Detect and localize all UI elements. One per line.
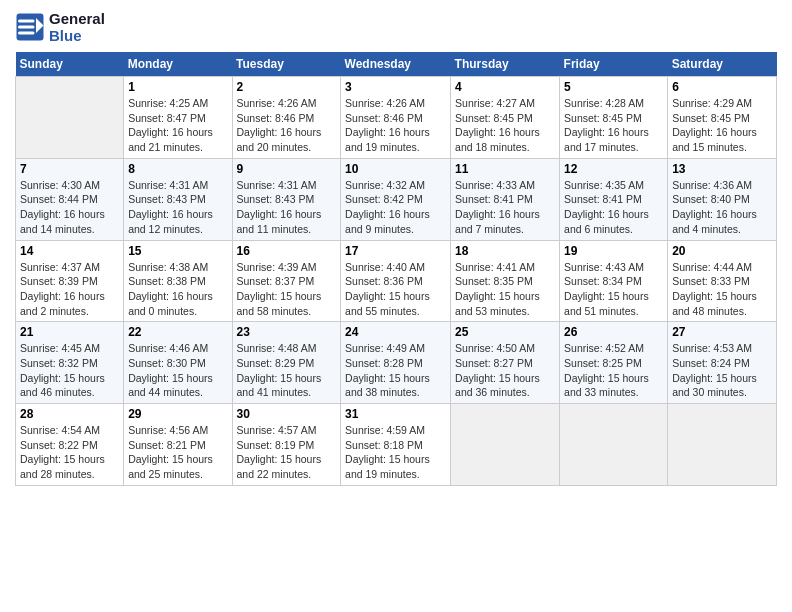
calendar-cell: 3Sunrise: 4:26 AMSunset: 8:46 PMDaylight…	[341, 77, 451, 159]
calendar-cell: 15Sunrise: 4:38 AMSunset: 8:38 PMDayligh…	[124, 240, 232, 322]
calendar-cell: 14Sunrise: 4:37 AMSunset: 8:39 PMDayligh…	[16, 240, 124, 322]
day-number: 9	[237, 162, 337, 176]
day-number: 28	[20, 407, 119, 421]
calendar-week-3: 14Sunrise: 4:37 AMSunset: 8:39 PMDayligh…	[16, 240, 777, 322]
day-info: Sunrise: 4:35 AMSunset: 8:41 PMDaylight:…	[564, 178, 663, 237]
day-number: 24	[345, 325, 446, 339]
day-number: 8	[128, 162, 227, 176]
day-number: 12	[564, 162, 663, 176]
day-number: 11	[455, 162, 555, 176]
calendar-cell	[560, 404, 668, 486]
calendar-cell: 18Sunrise: 4:41 AMSunset: 8:35 PMDayligh…	[451, 240, 560, 322]
weekday-header-monday: Monday	[124, 52, 232, 77]
calendar-cell: 1Sunrise: 4:25 AMSunset: 8:47 PMDaylight…	[124, 77, 232, 159]
calendar-cell: 23Sunrise: 4:48 AMSunset: 8:29 PMDayligh…	[232, 322, 341, 404]
calendar-week-4: 21Sunrise: 4:45 AMSunset: 8:32 PMDayligh…	[16, 322, 777, 404]
calendar-cell: 11Sunrise: 4:33 AMSunset: 8:41 PMDayligh…	[451, 158, 560, 240]
day-info: Sunrise: 4:49 AMSunset: 8:28 PMDaylight:…	[345, 341, 446, 400]
day-number: 26	[564, 325, 663, 339]
day-info: Sunrise: 4:40 AMSunset: 8:36 PMDaylight:…	[345, 260, 446, 319]
day-number: 13	[672, 162, 772, 176]
svg-rect-4	[18, 32, 35, 35]
day-number: 19	[564, 244, 663, 258]
day-info: Sunrise: 4:45 AMSunset: 8:32 PMDaylight:…	[20, 341, 119, 400]
calendar-cell: 2Sunrise: 4:26 AMSunset: 8:46 PMDaylight…	[232, 77, 341, 159]
calendar-week-5: 28Sunrise: 4:54 AMSunset: 8:22 PMDayligh…	[16, 404, 777, 486]
calendar-cell: 12Sunrise: 4:35 AMSunset: 8:41 PMDayligh…	[560, 158, 668, 240]
weekday-header-sunday: Sunday	[16, 52, 124, 77]
day-info: Sunrise: 4:26 AMSunset: 8:46 PMDaylight:…	[237, 96, 337, 155]
main-container: General Blue SundayMondayTuesdayWednesda…	[0, 0, 792, 496]
calendar-cell: 29Sunrise: 4:56 AMSunset: 8:21 PMDayligh…	[124, 404, 232, 486]
calendar-cell: 25Sunrise: 4:50 AMSunset: 8:27 PMDayligh…	[451, 322, 560, 404]
day-info: Sunrise: 4:26 AMSunset: 8:46 PMDaylight:…	[345, 96, 446, 155]
day-number: 2	[237, 80, 337, 94]
day-number: 22	[128, 325, 227, 339]
calendar-cell	[668, 404, 777, 486]
calendar-cell: 24Sunrise: 4:49 AMSunset: 8:28 PMDayligh…	[341, 322, 451, 404]
calendar-week-2: 7Sunrise: 4:30 AMSunset: 8:44 PMDaylight…	[16, 158, 777, 240]
day-number: 30	[237, 407, 337, 421]
day-info: Sunrise: 4:57 AMSunset: 8:19 PMDaylight:…	[237, 423, 337, 482]
calendar-cell: 30Sunrise: 4:57 AMSunset: 8:19 PMDayligh…	[232, 404, 341, 486]
day-info: Sunrise: 4:37 AMSunset: 8:39 PMDaylight:…	[20, 260, 119, 319]
day-number: 3	[345, 80, 446, 94]
calendar-cell: 10Sunrise: 4:32 AMSunset: 8:42 PMDayligh…	[341, 158, 451, 240]
day-info: Sunrise: 4:36 AMSunset: 8:40 PMDaylight:…	[672, 178, 772, 237]
day-number: 4	[455, 80, 555, 94]
logo-text: General Blue	[49, 10, 105, 44]
day-info: Sunrise: 4:38 AMSunset: 8:38 PMDaylight:…	[128, 260, 227, 319]
calendar-cell: 5Sunrise: 4:28 AMSunset: 8:45 PMDaylight…	[560, 77, 668, 159]
day-info: Sunrise: 4:28 AMSunset: 8:45 PMDaylight:…	[564, 96, 663, 155]
calendar-cell: 16Sunrise: 4:39 AMSunset: 8:37 PMDayligh…	[232, 240, 341, 322]
calendar-cell: 6Sunrise: 4:29 AMSunset: 8:45 PMDaylight…	[668, 77, 777, 159]
svg-rect-3	[18, 26, 35, 29]
day-number: 1	[128, 80, 227, 94]
day-number: 21	[20, 325, 119, 339]
day-info: Sunrise: 4:52 AMSunset: 8:25 PMDaylight:…	[564, 341, 663, 400]
day-info: Sunrise: 4:31 AMSunset: 8:43 PMDaylight:…	[128, 178, 227, 237]
day-info: Sunrise: 4:46 AMSunset: 8:30 PMDaylight:…	[128, 341, 227, 400]
header: General Blue	[15, 10, 777, 44]
day-info: Sunrise: 4:53 AMSunset: 8:24 PMDaylight:…	[672, 341, 772, 400]
day-number: 18	[455, 244, 555, 258]
day-info: Sunrise: 4:44 AMSunset: 8:33 PMDaylight:…	[672, 260, 772, 319]
day-info: Sunrise: 4:33 AMSunset: 8:41 PMDaylight:…	[455, 178, 555, 237]
day-info: Sunrise: 4:54 AMSunset: 8:22 PMDaylight:…	[20, 423, 119, 482]
day-number: 16	[237, 244, 337, 258]
day-number: 23	[237, 325, 337, 339]
calendar-cell: 27Sunrise: 4:53 AMSunset: 8:24 PMDayligh…	[668, 322, 777, 404]
logo: General Blue	[15, 10, 105, 44]
logo-icon	[15, 12, 45, 42]
day-info: Sunrise: 4:39 AMSunset: 8:37 PMDaylight:…	[237, 260, 337, 319]
day-number: 15	[128, 244, 227, 258]
calendar-cell: 21Sunrise: 4:45 AMSunset: 8:32 PMDayligh…	[16, 322, 124, 404]
calendar-cell: 22Sunrise: 4:46 AMSunset: 8:30 PMDayligh…	[124, 322, 232, 404]
day-number: 17	[345, 244, 446, 258]
weekday-header-saturday: Saturday	[668, 52, 777, 77]
calendar-cell: 20Sunrise: 4:44 AMSunset: 8:33 PMDayligh…	[668, 240, 777, 322]
calendar-cell: 19Sunrise: 4:43 AMSunset: 8:34 PMDayligh…	[560, 240, 668, 322]
day-info: Sunrise: 4:50 AMSunset: 8:27 PMDaylight:…	[455, 341, 555, 400]
weekday-header-row: SundayMondayTuesdayWednesdayThursdayFrid…	[16, 52, 777, 77]
day-number: 7	[20, 162, 119, 176]
day-number: 27	[672, 325, 772, 339]
day-info: Sunrise: 4:41 AMSunset: 8:35 PMDaylight:…	[455, 260, 555, 319]
day-info: Sunrise: 4:56 AMSunset: 8:21 PMDaylight:…	[128, 423, 227, 482]
calendar-cell: 26Sunrise: 4:52 AMSunset: 8:25 PMDayligh…	[560, 322, 668, 404]
weekday-header-wednesday: Wednesday	[341, 52, 451, 77]
day-info: Sunrise: 4:48 AMSunset: 8:29 PMDaylight:…	[237, 341, 337, 400]
calendar-cell: 4Sunrise: 4:27 AMSunset: 8:45 PMDaylight…	[451, 77, 560, 159]
day-info: Sunrise: 4:59 AMSunset: 8:18 PMDaylight:…	[345, 423, 446, 482]
day-info: Sunrise: 4:27 AMSunset: 8:45 PMDaylight:…	[455, 96, 555, 155]
weekday-header-friday: Friday	[560, 52, 668, 77]
calendar-cell	[16, 77, 124, 159]
calendar-cell: 13Sunrise: 4:36 AMSunset: 8:40 PMDayligh…	[668, 158, 777, 240]
day-info: Sunrise: 4:31 AMSunset: 8:43 PMDaylight:…	[237, 178, 337, 237]
weekday-header-thursday: Thursday	[451, 52, 560, 77]
calendar-cell: 9Sunrise: 4:31 AMSunset: 8:43 PMDaylight…	[232, 158, 341, 240]
calendar-cell: 8Sunrise: 4:31 AMSunset: 8:43 PMDaylight…	[124, 158, 232, 240]
calendar-cell: 31Sunrise: 4:59 AMSunset: 8:18 PMDayligh…	[341, 404, 451, 486]
day-info: Sunrise: 4:32 AMSunset: 8:42 PMDaylight:…	[345, 178, 446, 237]
day-info: Sunrise: 4:43 AMSunset: 8:34 PMDaylight:…	[564, 260, 663, 319]
